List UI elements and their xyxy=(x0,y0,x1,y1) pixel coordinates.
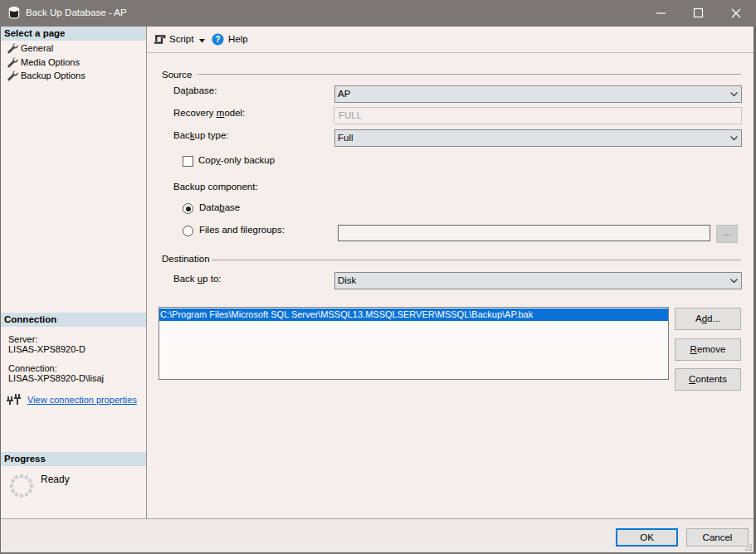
svg-text:?: ? xyxy=(215,34,220,44)
